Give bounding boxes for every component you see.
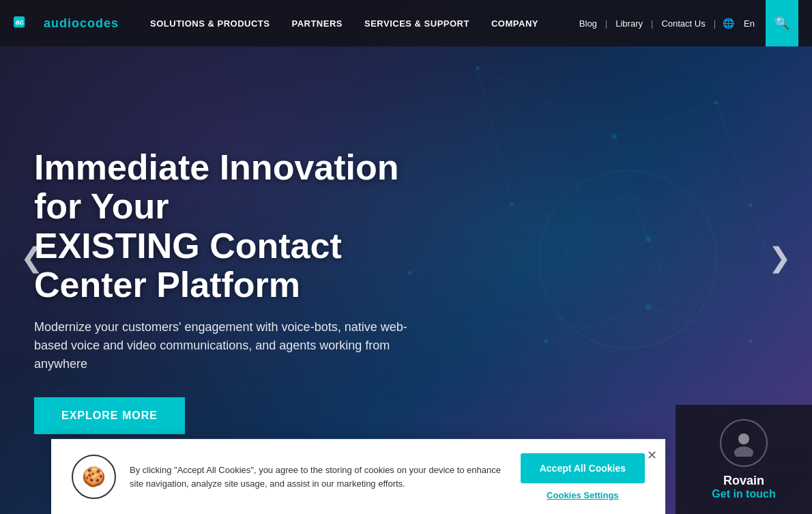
- logo[interactable]: ac audiocodes: [14, 14, 119, 33]
- language-selector[interactable]: En: [740, 18, 759, 29]
- person-icon: [730, 429, 757, 457]
- globe-icon: 🌐: [723, 18, 734, 29]
- svg-point-21: [646, 304, 651, 310]
- main-nav: SOLUTIONS & PRODUCTS PARTNERS SERVICES &…: [139, 0, 575, 46]
- svg-point-17: [646, 236, 651, 242]
- svg-point-13: [476, 66, 480, 70]
- logo-text: audiocodes: [44, 16, 119, 31]
- revain-tagline: Get in touch: [712, 488, 775, 500]
- svg-point-14: [611, 134, 617, 139]
- nav-services[interactable]: SERVICES & SUPPORT: [353, 0, 480, 46]
- cookie-banner: 🍪 By clicking "Accept All Cookies", you …: [51, 439, 665, 514]
- prev-slide-button[interactable]: ❮: [14, 235, 50, 280]
- blog-link[interactable]: Blog: [575, 18, 601, 29]
- svg-line-11: [648, 307, 751, 341]
- contact-link[interactable]: Contact Us: [657, 18, 709, 29]
- svg-point-22: [749, 339, 753, 343]
- cookie-icon: 🍪: [82, 466, 106, 488]
- sep1: |: [605, 18, 607, 29]
- hero-content: Immediate Innovation for Your EXISTING C…: [0, 80, 464, 434]
- nav-partners[interactable]: PARTNERS: [280, 0, 353, 46]
- search-button[interactable]: 🔍: [766, 0, 798, 46]
- cookie-close-button[interactable]: ✕: [647, 448, 657, 463]
- hero-title: Immediate Innovation for Your EXISTING C…: [34, 148, 430, 304]
- cookie-icon-wrapper: 🍪: [72, 455, 116, 499]
- revain-avatar-icon: [720, 419, 768, 467]
- svg-text:ac: ac: [16, 18, 24, 26]
- revain-text: Rovain Get in touch: [712, 474, 775, 500]
- nav-solutions[interactable]: SOLUTIONS & PRODUCTS: [139, 0, 280, 46]
- svg-line-4: [614, 137, 648, 239]
- svg-line-3: [716, 102, 751, 205]
- sep2: |: [651, 18, 653, 29]
- svg-point-28: [738, 433, 749, 444]
- search-icon: 🔍: [774, 16, 789, 31]
- svg-point-16: [749, 203, 753, 207]
- revain-brand-name: Rovain: [712, 474, 775, 488]
- hero-subtitle: Modernize your customers' engagement wit…: [34, 318, 430, 373]
- svg-line-6: [478, 68, 512, 205]
- svg-point-29: [734, 446, 753, 457]
- svg-line-10: [546, 307, 648, 341]
- sep3: |: [714, 18, 716, 29]
- logo-icon: ac: [14, 14, 38, 33]
- svg-line-7: [512, 205, 648, 239]
- secondary-nav: Blog | Library | Contact Us | 🌐 En: [575, 18, 759, 29]
- svg-line-1: [478, 68, 614, 137]
- cookies-settings-button[interactable]: Cookies Settings: [547, 490, 618, 500]
- accept-all-cookies-button[interactable]: Accept All Cookies: [521, 453, 645, 483]
- svg-point-25: [594, 225, 662, 294]
- svg-point-15: [714, 100, 719, 104]
- svg-point-24: [566, 198, 689, 321]
- cookie-message: By clicking "Accept All Cookies", you ag…: [130, 463, 507, 490]
- cookie-actions: Accept All Cookies Cookies Settings: [521, 453, 645, 500]
- library-link[interactable]: Library: [611, 18, 647, 29]
- navbar: ac audiocodes SOLUTIONS & PRODUCTS PARTN…: [0, 0, 812, 46]
- nav-company[interactable]: COMPANY: [480, 0, 549, 46]
- revain-widget: Rovain Get in touch: [676, 405, 812, 514]
- explore-more-button[interactable]: EXPLORE MORE: [34, 397, 185, 434]
- svg-point-20: [544, 339, 548, 343]
- svg-point-18: [510, 203, 514, 207]
- svg-line-2: [614, 102, 716, 137]
- svg-line-5: [648, 205, 751, 239]
- next-slide-button[interactable]: ❯: [762, 235, 798, 280]
- svg-point-23: [539, 171, 716, 348]
